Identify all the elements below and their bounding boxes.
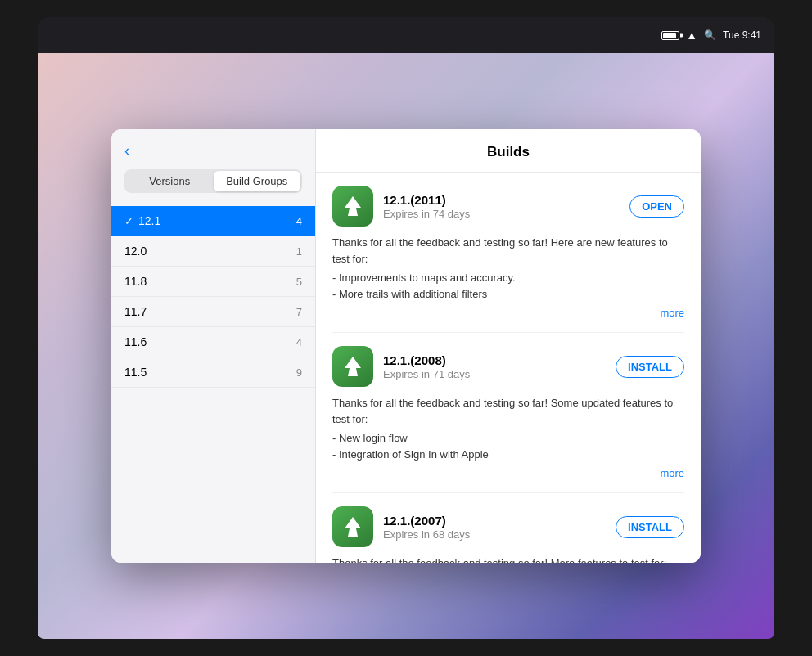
laptop-frame: ▲ 🔍 Tue 9:41 ‹ Versions Build Groups ✓ bbox=[38, 17, 774, 639]
build-item-2011: 12.1.(2011) Expires in 74 days OPEN Than… bbox=[332, 173, 684, 333]
version-name: 12.1 bbox=[138, 214, 160, 227]
screen: ‹ Versions Build Groups ✓ 12.1 4 bbox=[38, 53, 774, 639]
tree-svg bbox=[340, 193, 366, 219]
open-button[interactable]: OPEN bbox=[629, 195, 684, 218]
main-title: Builds bbox=[316, 129, 701, 173]
menubar-right: ▲ 🔍 Tue 9:41 bbox=[661, 29, 761, 42]
svg-marker-0 bbox=[345, 196, 361, 216]
build-version: 12.1.(2008) bbox=[383, 353, 606, 367]
install-button-2008[interactable]: INSTALL bbox=[616, 356, 684, 378]
version-badge: 4 bbox=[296, 336, 302, 348]
version-item-118[interactable]: 11.8 5 bbox=[111, 267, 315, 297]
build-expiry: Expires in 68 days bbox=[383, 528, 606, 541]
version-item-120[interactable]: 12.0 1 bbox=[111, 236, 315, 267]
version-name: 11.8 bbox=[124, 275, 147, 288]
install-button-2007[interactable]: INSTALL bbox=[616, 516, 684, 538]
app-window: ‹ Versions Build Groups ✓ 12.1 4 bbox=[111, 129, 701, 563]
build-item-2008: 12.1.(2008) Expires in 71 days INSTALL T… bbox=[332, 333, 684, 493]
version-badge: 9 bbox=[296, 366, 302, 379]
build-expiry: Expires in 71 days bbox=[383, 368, 606, 380]
svg-marker-1 bbox=[345, 357, 361, 376]
version-badge: 5 bbox=[296, 276, 302, 288]
build-groups-tab[interactable]: Build Groups bbox=[214, 171, 301, 191]
more-link[interactable]: more bbox=[660, 467, 684, 479]
version-item-116[interactable]: 11.6 4 bbox=[111, 327, 315, 357]
build-description: Thanks for all the feedback and testing … bbox=[332, 235, 684, 302]
build-version: 12.1.(2007) bbox=[383, 514, 606, 528]
version-name: 11.7 bbox=[124, 305, 147, 318]
build-note-2: - Integration of Sign In with Apple bbox=[332, 447, 684, 463]
sidebar: ‹ Versions Build Groups ✓ 12.1 4 bbox=[111, 129, 316, 563]
version-name: 11.6 bbox=[124, 335, 147, 348]
version-list: ✓ 12.1 4 12.0 1 11.8 bbox=[111, 206, 315, 563]
menubar: ▲ 🔍 Tue 9:41 bbox=[38, 17, 774, 53]
time-display: Tue 9:41 bbox=[723, 29, 761, 41]
build-note-1: - New login flow bbox=[332, 430, 684, 447]
tree-svg bbox=[340, 353, 366, 380]
build-description: Thanks for all the feedback and testing … bbox=[332, 555, 684, 563]
build-desc-text: Thanks for all the feedback and testing … bbox=[332, 235, 684, 267]
main-content: Builds 12.1.(2011) Expir bbox=[316, 129, 701, 563]
back-button[interactable]: ‹ bbox=[111, 142, 315, 169]
battery-icon bbox=[661, 31, 679, 40]
version-name: 11.5 bbox=[124, 366, 147, 379]
search-icon: 🔍 bbox=[704, 29, 716, 41]
check-icon: ✓ bbox=[124, 215, 133, 227]
build-note-2: - More trails with additional filters bbox=[332, 286, 684, 303]
version-item-121[interactable]: ✓ 12.1 4 bbox=[111, 206, 315, 236]
build-desc-text: Thanks for all the feedback and testing … bbox=[332, 555, 684, 563]
version-name: 12.0 bbox=[124, 245, 147, 258]
build-note-1: - Improvements to maps and accuracy. bbox=[332, 270, 684, 286]
version-item-117[interactable]: 11.7 7 bbox=[111, 297, 315, 327]
build-desc-text: Thanks for all the feedback and testing … bbox=[332, 395, 684, 427]
tree-svg bbox=[340, 514, 366, 540]
app-icon bbox=[332, 346, 373, 387]
build-description: Thanks for all the feedback and testing … bbox=[332, 395, 684, 462]
app-icon bbox=[332, 186, 373, 227]
more-link[interactable]: more bbox=[660, 307, 684, 319]
build-expiry: Expires in 74 days bbox=[383, 208, 620, 220]
wifi-icon: ▲ bbox=[686, 29, 697, 42]
builds-list: 12.1.(2011) Expires in 74 days OPEN Than… bbox=[316, 173, 701, 563]
version-item-115[interactable]: 11.5 9 bbox=[111, 357, 315, 388]
build-version: 12.1.(2011) bbox=[383, 193, 620, 207]
tab-bar: Versions Build Groups bbox=[124, 169, 302, 193]
svg-marker-2 bbox=[345, 517, 361, 537]
versions-tab[interactable]: Versions bbox=[126, 171, 214, 191]
build-item-2007: 12.1.(2007) Expires in 68 days INSTALL T… bbox=[332, 493, 684, 563]
app-icon bbox=[332, 506, 373, 547]
version-badge: 7 bbox=[296, 306, 302, 318]
version-badge: 4 bbox=[296, 215, 302, 227]
version-badge: 1 bbox=[296, 245, 302, 258]
